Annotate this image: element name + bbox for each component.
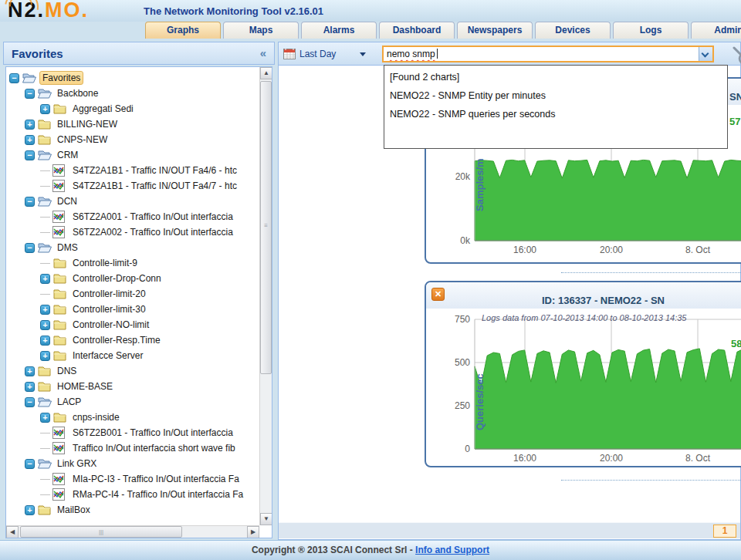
tab-admin[interactable]: Admin — [691, 22, 741, 39]
chart-search-combobox[interactable]: nemo snmp — [382, 46, 714, 62]
tree-node-traffico-in-out-interfaccia-sh[interactable]: Traffico In/Out interfaccia short wave f… — [6, 440, 259, 456]
tree-node-dcn[interactable]: −DCN — [6, 194, 259, 209]
expander-minus-icon[interactable]: − — [25, 243, 35, 253]
expander-plus-icon[interactable]: + — [25, 505, 35, 515]
scroll-right-button[interactable]: ▶ — [247, 526, 259, 538]
chart-icon — [52, 427, 67, 439]
tab-graphs[interactable]: Graphs — [145, 22, 221, 39]
folder-open-icon — [22, 72, 36, 84]
folder-open-icon — [37, 87, 52, 100]
scroll-down-button[interactable]: ▼ — [260, 513, 272, 525]
app-footer: Copyright ® 2013 SCAI Connect Srl - Info… — [0, 540, 741, 560]
tab-alarms[interactable]: Alarms — [301, 22, 377, 39]
favorites-tree: −Favorites−Backbone+Aggregati Sedi+BILLI… — [5, 66, 272, 538]
expander-plus-icon[interactable]: + — [25, 366, 35, 376]
tree-node-mia-pc-i3-traffico-in-out-inte[interactable]: MIa-PC-I3 - Traffico In/Out interfaccia … — [6, 471, 259, 487]
tree-node-favorites[interactable]: −Favorites — [6, 70, 259, 86]
expander-minus-icon[interactable]: − — [25, 397, 35, 407]
expander-plus-icon[interactable]: + — [25, 120, 35, 130]
search-icon[interactable] — [731, 46, 741, 65]
expander-minus-icon[interactable]: − — [25, 197, 35, 207]
tree-node-s6tz2b001-traffico-in-out-inte[interactable]: S6TZ2B001 - Traffico In/Out interfaccia — [6, 425, 259, 440]
expander-minus-icon[interactable]: − — [25, 89, 35, 99]
tree-node-crm[interactable]: −CRM — [6, 147, 259, 163]
expander-plus-icon[interactable]: + — [40, 336, 50, 346]
tree-node-s6tz2a001-traffico-in-out-inte[interactable]: S6TZ2A001 - Traffico In/Out interfaccia — [6, 209, 259, 224]
page-number-badge[interactable]: 1 — [713, 525, 736, 538]
tree-node-controller-limit-30[interactable]: +Controller-limit-30 — [6, 302, 259, 317]
combo-dropdown-button[interactable] — [699, 47, 712, 61]
vertical-scrollbar[interactable]: ▲ ≡ ▼ — [259, 67, 272, 525]
tree-node-label: Controller-limit-20 — [70, 288, 148, 300]
tree-node-dms[interactable]: −DMS — [6, 240, 259, 255]
svg-text:20:00: 20:00 — [600, 453, 623, 464]
tree-node-cnps-inside[interactable]: +cnps-inside — [6, 410, 259, 425]
tree-node-dns[interactable]: +DNS — [6, 363, 259, 379]
tree-node-aggregati-sedi[interactable]: +Aggregati Sedi — [6, 101, 259, 116]
chevron-down-icon — [360, 52, 366, 56]
expander-minus-icon[interactable]: − — [9, 73, 19, 83]
collapse-sidebar-button[interactable]: « — [260, 46, 266, 59]
tree-node-lacp[interactable]: −LACP — [6, 394, 259, 410]
expander-plus-icon[interactable]: + — [40, 413, 50, 423]
time-range-picker[interactable]: Last Day — [283, 46, 366, 62]
expander-minus-icon[interactable]: − — [25, 150, 35, 160]
copyright-text: Copyright ® 2013 SCAI Connect Srl - — [252, 545, 413, 555]
tree-node-label: LACP — [55, 396, 83, 408]
expander-plus-icon[interactable]: + — [40, 320, 50, 330]
tree-node-controller-limit-20[interactable]: Controller-limit-20 — [6, 286, 259, 302]
chart-icon — [52, 488, 67, 501]
expander-plus-icon[interactable]: + — [40, 104, 50, 114]
horizontal-scroll-thumb[interactable]: ||| — [20, 526, 182, 538]
tree-node-s4tz2a1b1-traffic-in-out-fa4-6[interactable]: S4TZ2A1B1 - Traffic IN/OUT Fa4/6 - htc — [6, 163, 259, 178]
tree-node-link-grx[interactable]: −Link GRX — [6, 456, 259, 471]
close-icon[interactable]: ✕ — [431, 288, 445, 301]
search-result-item[interactable]: NEMO22 - SNMP Entity per minutes — [384, 86, 727, 105]
vertical-scroll-thumb[interactable]: ≡ — [260, 81, 272, 374]
tree-node-controller-no-limit[interactable]: +Controller-NO-limit — [6, 317, 259, 332]
tab-dashboard[interactable]: Dashboard — [379, 22, 455, 39]
folder-icon — [52, 288, 67, 300]
svg-text:16:00: 16:00 — [513, 453, 536, 464]
expander-plus-icon[interactable]: + — [40, 274, 50, 284]
svg-text:8. Oct: 8. Oct — [685, 245, 711, 255]
tree-node-s4tz2a1b1-traffic-in-out-fa4-7[interactable]: S4TZ2A1B1 - Traffic IN/OUT Fa4/7 - htc — [6, 178, 259, 194]
expander-plus-icon[interactable]: + — [25, 135, 35, 145]
search-result-count: [Found 2 charts] — [384, 68, 727, 86]
tab-devices[interactable]: Devices — [535, 22, 611, 39]
tree-node-label: DMS — [55, 241, 80, 254]
tab-maps[interactable]: Maps — [223, 22, 299, 39]
tree-node-controller-drop-conn[interactable]: +Controller-Drop-Conn — [6, 271, 259, 286]
tree-node-mailbox[interactable]: +MailBox — [6, 502, 259, 518]
folder-icon — [52, 303, 67, 315]
tree-node-label: Controller-NO-limit — [70, 319, 151, 331]
tree-node-backbone[interactable]: −Backbone — [6, 86, 259, 101]
tree-node-controlle-limit-9[interactable]: Controlle-limit-9 — [6, 255, 259, 271]
tab-logs[interactable]: Logs — [613, 22, 689, 39]
expander-minus-icon[interactable]: − — [25, 459, 35, 469]
search-result-item[interactable]: NEMO22 - SNMP queries per seconds — [384, 105, 727, 123]
chevron-down-icon — [702, 50, 709, 58]
tree-node-s6tz2a002-traffico-in-out-inte[interactable]: S6TZ2A002 - Traffico In/Out interfaccia — [6, 224, 259, 240]
scroll-thumb-grip-icon: ||| — [21, 527, 181, 538]
svg-text:0: 0 — [465, 444, 470, 454]
folder-open-icon — [37, 457, 52, 470]
tree-node-label: Interfacce Server — [70, 349, 145, 362]
search-input[interactable]: nemo snmp — [384, 47, 699, 61]
tree-node-home-base[interactable]: +HOME-BASE — [6, 379, 259, 394]
scroll-left-button[interactable]: ◀ — [6, 526, 19, 538]
info-support-link[interactable]: Info and Support — [415, 545, 489, 555]
scroll-up-button[interactable]: ▲ — [260, 67, 272, 79]
tree-node-cnps-new[interactable]: +CNPS-NEW — [6, 132, 259, 147]
tree-node-label: BILLING-NEW — [55, 118, 120, 130]
expander-plus-icon[interactable]: + — [40, 351, 50, 361]
tree-node-controller-resp-time[interactable]: +Controller-Resp.Time — [6, 332, 259, 348]
horizontal-scrollbar[interactable]: ◀ ||| ▶ — [6, 525, 259, 538]
expander-plus-icon[interactable]: + — [25, 382, 35, 392]
tree-node-interfacce-server[interactable]: +Interfacce Server — [6, 348, 259, 363]
tree-node-billing-new[interactable]: +BILLING-NEW — [6, 116, 259, 132]
tab-newspapers[interactable]: Newspapers — [457, 22, 533, 39]
chart-icon — [52, 442, 67, 454]
tree-node-rma-pc-i4-traffico-in-out-inte[interactable]: RMa-PC-I4 - Traffico In/Out interfaccia … — [6, 487, 259, 502]
expander-plus-icon[interactable]: + — [40, 305, 50, 315]
